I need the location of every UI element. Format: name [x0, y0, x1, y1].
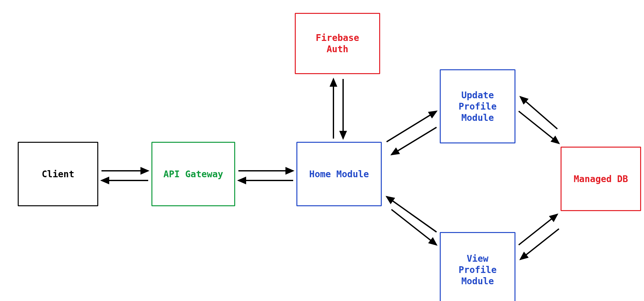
node-firebase-auth-label: FirebaseAuth [316, 32, 359, 55]
node-managed-db: Managed DB [561, 147, 641, 211]
node-firebase-auth: FirebaseAuth [295, 13, 380, 74]
node-managed-db-label: Managed DB [574, 173, 628, 185]
node-update-profile-label: UpdateProfileModule [458, 90, 496, 123]
diagram-canvas: Client API Gateway Home Module FirebaseA… [0, 0, 644, 301]
svg-line-8 [391, 209, 437, 245]
edge-home-view [387, 197, 437, 245]
node-client: Client [18, 142, 98, 206]
node-client-label: Client [42, 169, 74, 180]
edge-api-home [238, 171, 293, 180]
edge-home-firebase [333, 79, 343, 139]
svg-line-6 [387, 111, 437, 142]
edge-update-db [519, 97, 559, 143]
node-view-profile: ViewProfileModule [440, 232, 515, 301]
svg-line-12 [519, 214, 557, 245]
svg-line-10 [519, 111, 559, 143]
svg-line-11 [520, 97, 557, 129]
node-api-gateway: API Gateway [151, 142, 235, 206]
node-view-profile-label: ViewProfileModule [458, 253, 496, 287]
svg-line-9 [387, 197, 437, 232]
svg-line-7 [391, 127, 437, 155]
edge-home-update [387, 111, 437, 155]
edge-client-api [101, 171, 148, 180]
node-home-module: Home Module [296, 142, 382, 206]
node-update-profile: UpdateProfileModule [440, 69, 515, 143]
node-home-module-label: Home Module [309, 169, 369, 180]
edge-view-db [519, 214, 559, 259]
node-api-gateway-label: API Gateway [163, 169, 223, 180]
svg-line-13 [520, 229, 559, 259]
